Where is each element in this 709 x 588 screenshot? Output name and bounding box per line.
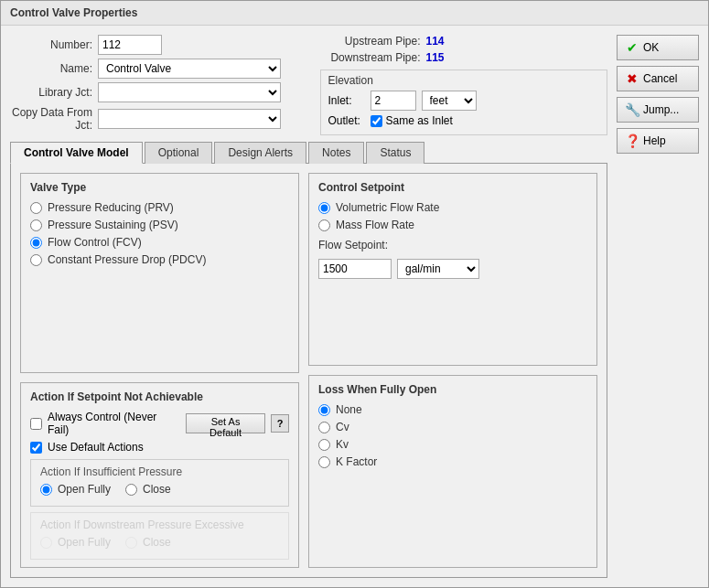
insufficient-title: Action If Insufficient Pressure	[40, 465, 279, 478]
always-control-label: Always Control (Never Fail)	[48, 411, 180, 436]
inlet-unit-select[interactable]: feet meters	[422, 91, 477, 111]
upstream-value: 114	[426, 35, 445, 48]
radio-row-psv: Pressure Sustaining (PSV)	[30, 219, 289, 231]
downstream-title: Action If Downstream Pressure Excessive	[40, 519, 279, 531]
down-close-label: Close	[143, 536, 171, 549]
radio-down-close	[125, 537, 137, 549]
cancel-button[interactable]: ✖ Cancel	[617, 66, 699, 91]
inlet-input[interactable]	[371, 91, 416, 111]
loss-kv-row: Kv	[318, 438, 587, 451]
radio-kv[interactable]	[318, 439, 330, 451]
ok-button[interactable]: ✔ OK	[617, 35, 699, 60]
tab-control-valve-model[interactable]: Control Valve Model	[10, 142, 143, 164]
radio-kfactor[interactable]	[318, 456, 330, 468]
tab-content: Valve Type Pressure Reducing (PRV) Press…	[10, 164, 607, 578]
tab-bar: Control Valve Model Optional Design Aler…	[10, 141, 607, 164]
radio-fcv[interactable]	[30, 237, 42, 249]
kfactor-label: K Factor	[336, 455, 377, 468]
use-default-checkbox[interactable]	[30, 442, 42, 454]
jump-label: Jump...	[643, 103, 679, 116]
radio-row-prv: Pressure Reducing (PRV)	[30, 201, 289, 214]
jump-icon: 🔧	[625, 102, 639, 117]
use-default-label: Use Default Actions	[48, 441, 144, 454]
always-control-checkbox[interactable]	[30, 418, 42, 430]
same-as-inlet-checkbox[interactable]	[371, 115, 382, 127]
loss-kfactor-row: K Factor	[318, 455, 587, 468]
elevation-title: Elevation	[328, 74, 600, 87]
control-setpoint-section: Control Setpoint Volumetric Flow Rate Ma…	[308, 173, 597, 366]
action-title: Action If Setpoint Not Achievable	[30, 390, 289, 403]
help-icon: ❓	[625, 134, 639, 148]
mass-flow-row: Mass Flow Rate	[318, 219, 587, 231]
window-title: Control Valve Properties	[10, 6, 137, 19]
tab-design-alerts[interactable]: Design Alerts	[214, 142, 306, 164]
cv-label: Cv	[336, 421, 349, 433]
loss-cv-row: Cv	[318, 421, 587, 433]
cancel-icon: ✖	[625, 71, 639, 86]
open-fully-label: Open Fully	[58, 483, 111, 496]
ok-label: OK	[643, 41, 659, 54]
radio-none[interactable]	[318, 404, 330, 416]
radio-pdcv-label: Constant Pressure Drop (PDCV)	[48, 253, 206, 266]
control-valve-properties-window: Control Valve Properties Number: Name: C…	[0, 0, 709, 588]
radio-row-fcv: Flow Control (FCV)	[30, 236, 289, 249]
name-label: Name:	[10, 62, 92, 75]
help-button[interactable]: ❓ Help	[617, 128, 699, 154]
help-label: Help	[643, 134, 666, 147]
down-radio-row: Open Fully Close	[40, 536, 279, 549]
down-open-label: Open Fully	[58, 536, 111, 549]
none-label: None	[336, 403, 362, 416]
radio-fcv-label: Flow Control (FCV)	[48, 236, 142, 249]
close-label: Close	[143, 483, 171, 496]
help-question-button[interactable]: ?	[271, 414, 289, 433]
flow-unit-select[interactable]: gal/min L/s m3/h	[397, 259, 479, 279]
insufficient-pressure-section: Action If Insufficient Pressure Open Ful…	[30, 459, 289, 507]
copy-label: Copy Data From Jct:	[10, 106, 92, 132]
radio-volumetric[interactable]	[318, 202, 330, 214]
mass-flow-label: Mass Flow Rate	[336, 219, 414, 231]
radio-close[interactable]	[125, 484, 137, 496]
outlet-label: Outlet:	[328, 114, 365, 127]
title-bar: Control Valve Properties	[1, 1, 708, 26]
name-select[interactable]: Control Valve	[98, 59, 281, 79]
kv-label: Kv	[336, 438, 349, 451]
inlet-label: Inlet:	[328, 94, 365, 107]
radio-mass-flow[interactable]	[318, 219, 330, 231]
jump-button[interactable]: 🔧 Jump...	[617, 97, 699, 123]
radio-prv-label: Pressure Reducing (PRV)	[48, 201, 174, 214]
same-as-inlet-label: Same as Inlet	[386, 114, 453, 127]
radio-cv[interactable]	[318, 422, 330, 433]
number-label: Number:	[10, 38, 92, 51]
library-label: Library Jct:	[10, 86, 92, 99]
volumetric-row: Volumetric Flow Rate	[318, 201, 587, 214]
radio-prv[interactable]	[30, 202, 42, 214]
tab-optional[interactable]: Optional	[145, 142, 213, 164]
radio-pdcv[interactable]	[30, 254, 42, 266]
control-setpoint-title: Control Setpoint	[318, 181, 587, 194]
radio-psv-label: Pressure Sustaining (PSV)	[48, 219, 178, 231]
radio-open-fully[interactable]	[40, 484, 52, 496]
action-section: Action If Setpoint Not Achievable Always…	[20, 382, 299, 568]
cancel-label: Cancel	[643, 72, 677, 85]
loss-section: Loss When Fully Open None Cv	[308, 375, 597, 568]
copy-select[interactable]	[98, 109, 281, 129]
upstream-label: Upstream Pipe:	[320, 35, 421, 48]
open-fully-row: Open Fully Close	[40, 483, 279, 496]
help-question-icon: ?	[277, 418, 284, 429]
radio-psv[interactable]	[30, 219, 42, 231]
library-select[interactable]	[98, 82, 281, 102]
loss-none-row: None	[318, 403, 587, 416]
radio-row-pdcv: Constant Pressure Drop (PDCV)	[30, 253, 289, 266]
tab-notes[interactable]: Notes	[308, 142, 364, 164]
valve-type-title: Valve Type	[30, 181, 289, 194]
number-input[interactable]	[98, 35, 162, 55]
loss-title: Loss When Fully Open	[318, 383, 587, 396]
ok-icon: ✔	[625, 40, 639, 55]
volumetric-label: Volumetric Flow Rate	[336, 201, 439, 214]
set-as-default-button[interactable]: Set As Default	[186, 413, 265, 433]
flow-setpoint-input[interactable]	[318, 259, 392, 279]
use-default-row: Use Default Actions	[30, 441, 289, 454]
flow-setpoint-label: Flow Setpoint:	[318, 239, 587, 251]
radio-down-open	[40, 537, 52, 549]
tab-status[interactable]: Status	[366, 142, 424, 164]
